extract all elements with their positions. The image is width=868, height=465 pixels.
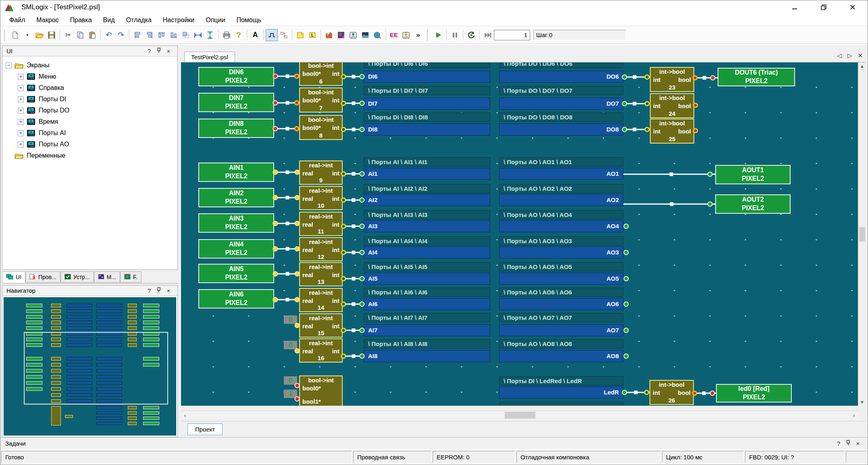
screen-block[interactable]: DIN7PIXEL2 xyxy=(198,93,274,112)
port-header[interactable]: \ Порты DI \ LedRed \ LedR xyxy=(499,376,623,386)
port-header[interactable]: \ Порты AI \ AI5 \ AI5 xyxy=(364,262,490,271)
scroll-left-icon[interactable]: ‹ xyxy=(181,411,189,419)
tree-expander-icon[interactable]: + xyxy=(18,130,24,136)
horizontal-scroll-thumb[interactable] xyxy=(505,412,535,419)
image-tool-button[interactable] xyxy=(335,29,347,41)
io-blocks-button[interactable] xyxy=(278,29,290,41)
converter-block[interactable]: int->boolintbool26 xyxy=(649,380,694,405)
converter-block[interactable]: real->intrealint12 xyxy=(299,237,343,261)
port-value-box[interactable]: AO4 xyxy=(499,220,623,232)
fbd-canvas[interactable]: \ Порты DI \ DI6 \ DI6\ Порты DI \ DI7 \… xyxy=(181,63,858,406)
panel-tab-m[interactable]: M... xyxy=(94,271,120,283)
tree-expander-icon[interactable]: + xyxy=(18,74,24,80)
port-header[interactable] xyxy=(499,402,623,406)
navigator-pin-button[interactable] xyxy=(154,287,164,294)
converter-block[interactable]: real->intrealint13 xyxy=(299,262,343,286)
tree-item-справка[interactable]: +Справка xyxy=(3,82,177,94)
pause-button[interactable] xyxy=(449,29,461,41)
converter-block[interactable]: int->boolintbool23 xyxy=(650,67,694,92)
converter-block[interactable]: bool->intbool0*int8 xyxy=(299,115,343,140)
tree-item-порты-do[interactable]: +Порты DO xyxy=(3,105,177,116)
step-to-end-button[interactable] xyxy=(482,29,494,41)
ee-editor-button[interactable]: EE xyxy=(388,29,400,41)
tree-item-порты-ao[interactable]: +Порты AO xyxy=(3,139,177,150)
port-value-box[interactable]: DI6 xyxy=(364,71,490,83)
tree-expander-icon[interactable]: + xyxy=(18,108,24,114)
converter-block[interactable]: real->intrealint11 xyxy=(299,212,343,236)
port-header[interactable]: \ Порты DI \ DI8 \ DI8 xyxy=(364,113,490,122)
port-header[interactable]: \ Порты AO \ AO8 \ AO8 xyxy=(499,339,623,348)
screen-block[interactable]: AIN2PIXEL2 xyxy=(198,188,274,207)
port-header[interactable]: \ Порты AO \ AO6 \ AO6 xyxy=(499,288,623,297)
converter-block[interactable]: bool->intbool0*bool1* xyxy=(299,375,343,406)
port-header[interactable]: \ Порты AI \ AI6 \ AI6 xyxy=(364,288,490,297)
port-value-box[interactable]: AI6 xyxy=(364,298,490,310)
copy-button[interactable] xyxy=(74,29,86,41)
port-header[interactable]: \ Порты AI \ AI3 \ AI3 xyxy=(364,210,490,219)
tree-item-переменные[interactable]: Переменные xyxy=(3,150,177,161)
port-value-box[interactable]: AI2 xyxy=(364,194,490,206)
menu-item-3[interactable]: Правка xyxy=(65,16,98,25)
menu-item-7[interactable]: Опции xyxy=(200,16,231,25)
paste-button[interactable] xyxy=(86,29,98,41)
port-value-box[interactable]: DO6 xyxy=(499,71,623,83)
minimize-button[interactable] xyxy=(789,3,800,11)
port-header[interactable]: \ Порты AO \ AO7 \ AO7 xyxy=(499,313,623,322)
horizontal-scrollbar[interactable]: ‹ › xyxy=(181,411,858,419)
port-value-box[interactable]: AI3 xyxy=(364,220,490,232)
photo-tool-button[interactable] xyxy=(359,29,371,41)
screen-block[interactable]: AIN5PIXEL2 xyxy=(198,264,274,283)
screen-block[interactable]: DIN6PIXEL2 xyxy=(198,67,274,86)
ui-panel-close-button[interactable]: × xyxy=(164,48,173,54)
scroll-up-icon[interactable]: ▲ xyxy=(858,63,866,70)
text-tool-button[interactable]: A xyxy=(249,29,261,41)
label-button[interactable]: L xyxy=(306,29,318,41)
port-header[interactable]: \ Порты DO \ DO7 \ DO7 xyxy=(499,86,623,95)
web-tool-button[interactable] xyxy=(371,29,383,41)
port-value-box[interactable]: DO7 xyxy=(499,98,623,110)
redo-button[interactable]: ↷ xyxy=(115,29,127,41)
port-value-box[interactable]: AO1 xyxy=(499,168,623,180)
port-header[interactable]: \ Порты AO \ AO1 \ AO1 xyxy=(499,157,623,167)
chart-tool-button[interactable] xyxy=(323,29,335,41)
tree-item-порты-ai[interactable]: +Порты AI xyxy=(3,127,177,139)
menu-item-4[interactable]: Вид xyxy=(98,16,121,25)
port-header[interactable]: \ Порты AI \ AI7 \ AI7 xyxy=(364,313,490,322)
align-left-button[interactable] xyxy=(131,29,144,41)
port-value-box[interactable]: DI8 xyxy=(364,123,490,136)
port-value-box[interactable]: DO8 xyxy=(499,123,623,136)
converter-block[interactable]: real->intrealint14 xyxy=(299,288,343,312)
upload-device-button[interactable] xyxy=(347,29,359,41)
port-value-box[interactable]: DI7 xyxy=(364,98,490,110)
menu-item-1[interactable]: Файл xyxy=(4,16,31,25)
open-button[interactable] xyxy=(33,29,46,41)
minimap-viewport[interactable] xyxy=(24,332,168,405)
screen-block[interactable]: AOUT2PIXEL2 xyxy=(715,194,791,214)
align-top-button[interactable] xyxy=(156,29,168,41)
toolbar-overflow-button[interactable]: » xyxy=(412,29,424,41)
screen-block[interactable]: DOUT6 (Triac)PIXEL2 xyxy=(718,68,795,86)
converter-block[interactable]: real->intrealint16 xyxy=(299,338,343,363)
port-header[interactable]: \ Порты AI \ AI4 \ AI4 xyxy=(364,236,490,246)
vertical-scrollbar[interactable]: ▲ ▼ xyxy=(858,63,866,406)
panel-tab-пров[interactable]: Пров... xyxy=(25,271,60,283)
save-button[interactable] xyxy=(46,29,58,41)
same-width-button[interactable] xyxy=(192,29,204,41)
port-header[interactable]: \ Порты AO \ AO5 \ AO5 xyxy=(499,262,623,271)
converter-block[interactable]: bool->intbool0*int6 xyxy=(299,63,343,86)
screen-block[interactable]: led0 [Red]PIXEL2 xyxy=(716,384,792,402)
constant-value[interactable]: 0 xyxy=(284,315,297,324)
screen-block[interactable]: AIN4PIXEL2 xyxy=(198,239,274,259)
port-value-box[interactable]: AO3 xyxy=(499,246,623,259)
tree-item-экраны[interactable]: −Экраны xyxy=(3,60,177,71)
cut-button[interactable]: ✂ xyxy=(62,29,74,41)
port-value-box[interactable]: AI1 xyxy=(364,168,490,180)
converter-block[interactable]: int->boolintbool24 xyxy=(650,93,694,118)
port-value-box[interactable]: AI8 xyxy=(364,350,490,362)
new-dropdown[interactable]: ▼ xyxy=(21,29,33,41)
port-header[interactable]: \ Порты AO \ AO4 \ AO4 xyxy=(499,210,623,219)
port-header[interactable]: \ Порты DO \ DO8 \ DO8 xyxy=(499,113,623,122)
document-tab-active[interactable]: TestPixel2.psl xyxy=(184,52,235,62)
toolbar-grip[interactable] xyxy=(4,30,6,40)
menu-item-6[interactable]: Настройки xyxy=(157,16,200,25)
